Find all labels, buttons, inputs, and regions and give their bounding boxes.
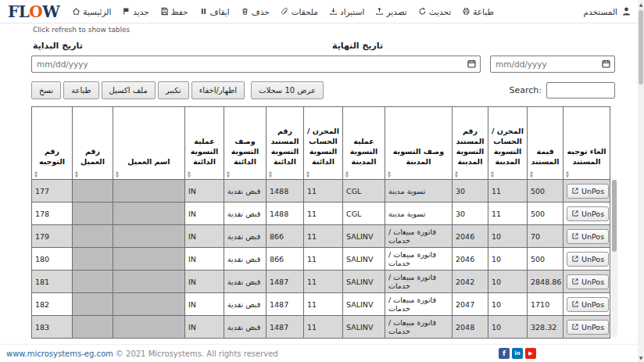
cell-unpos: UnPos <box>564 316 610 339</box>
unpos-button[interactable]: UnPos <box>567 274 609 289</box>
calendar-icon[interactable] <box>467 59 477 69</box>
toolbar-item-print[interactable]: طباعة <box>462 7 494 16</box>
user-menu[interactable]: المستخدم <box>583 6 631 16</box>
unpos-button[interactable]: UnPos <box>567 229 609 244</box>
cell-client-no-masked <box>73 225 113 248</box>
column-header-label: قيمة المستند <box>531 147 559 166</box>
facebook-icon[interactable]: f <box>499 348 510 359</box>
cell-debit-desc: فاتورة مبيعات / خدمات <box>385 271 453 293</box>
app-logo[interactable]: FLOW <box>8 2 59 21</box>
toolbar-item-new[interactable]: جديد <box>122 7 148 16</box>
unpos-button[interactable]: UnPos <box>567 206 609 221</box>
start-date-label: تاريخ البداية <box>33 41 83 51</box>
cell-debit-doc-no: 2046 <box>453 248 488 271</box>
cell-unpos: UnPos <box>564 248 610 271</box>
toolbar-item-label: الرئيسية <box>83 7 111 16</box>
cell-credit-doc-no: 1487 <box>267 271 304 293</box>
unpos-button[interactable]: UnPos <box>567 184 609 199</box>
page-scrollbar-thumb[interactable] <box>639 10 643 84</box>
documents-table: رقم التوجيه▲▼ رقم العميل▲▼ اسم العميل▲▼ … <box>31 106 610 339</box>
cell-debit-store: 10 <box>488 248 528 271</box>
date-inputs-row <box>31 56 615 73</box>
toolbar-item-stop[interactable]: ايقاف <box>199 7 230 16</box>
column-header-unpos[interactable]: الغاء توجيه المستند▲▼ <box>564 107 610 180</box>
end-date-field <box>490 56 615 73</box>
table-scrollbar[interactable] <box>611 179 617 338</box>
toolbar-item-import[interactable]: استيراد <box>329 7 364 16</box>
excel-button[interactable]: ملف اكسيل <box>102 81 156 99</box>
toolbar-item-refresh[interactable]: تحديث <box>418 7 451 16</box>
column-header-credit-doc-no[interactable]: رقم المستند التسوية الدائنة▲▼ <box>267 107 304 180</box>
page-length-button[interactable]: عرض 10 سجلات <box>251 81 324 99</box>
toolbar-item-attachments[interactable]: ملحقات <box>281 7 318 16</box>
cell-debit-doc-no: 2048 <box>453 316 488 339</box>
cell-credit-desc: قبض نقدية <box>224 293 267 316</box>
column-header-credit-op[interactable]: عملية التسوية الدائنة▲▼ <box>185 107 224 180</box>
cell-debit-desc: فاتورة مبيعات / خدمات <box>385 316 453 339</box>
column-header-credit-store[interactable]: المخزن / الحساب التسوية الدائنة▲▼ <box>304 107 343 180</box>
end-date-input[interactable] <box>490 56 615 73</box>
toolbar-item-label: حفظ <box>171 7 188 16</box>
unpos-button[interactable]: UnPos <box>567 297 609 312</box>
unpos-button[interactable]: UnPos <box>567 320 609 335</box>
toolbar-item-save[interactable]: حفظ <box>160 7 188 16</box>
toolbar-item-home[interactable]: الرئيسية <box>72 7 111 16</box>
cell-unpos: UnPos <box>564 225 610 248</box>
cell-routing-no: 181 <box>32 271 73 293</box>
cell-credit-desc: قبض نقدية <box>224 203 267 225</box>
cell-unpos: UnPos <box>564 271 610 293</box>
scrollbar-up-arrow[interactable]: ▲ <box>638 0 644 9</box>
cell-unpos: UnPos <box>564 203 610 225</box>
enlarge-button[interactable]: تكبير <box>158 81 189 99</box>
cell-credit-op: IN <box>185 203 224 225</box>
cell-debit-doc-no: 30 <box>453 180 488 203</box>
column-header-debit-store[interactable]: المخزن / الحساب التسوية المدينة▲▼ <box>488 107 528 180</box>
unpost-icon <box>571 323 579 331</box>
column-header-credit-desc[interactable]: وصف التسوية الدائنة▲▼ <box>224 107 267 180</box>
page-scrollbar[interactable]: ▲ ▼ <box>638 0 644 362</box>
footer-website-link[interactable]: www.microsystems-eg.com <box>6 349 113 358</box>
trash-icon <box>241 7 249 16</box>
column-header-debit-desc[interactable]: وصف التسوية المدينة▲▼ <box>385 107 453 180</box>
search-input[interactable] <box>546 82 615 99</box>
top-toolbar: FLOW الرئيسية جديد حفظ ايقاف حذف ملحقات <box>0 0 644 23</box>
cell-client-no-masked <box>73 203 113 225</box>
column-header-client-no[interactable]: رقم العميل▲▼ <box>73 107 113 180</box>
cell-client-no-masked <box>73 180 113 203</box>
cell-client-no-masked <box>73 293 113 316</box>
column-header-debit-doc-no[interactable]: رقم المستند التسوية المدينة▲▼ <box>453 107 488 180</box>
youtube-icon[interactable]: ▶ <box>525 348 536 359</box>
toolbar-item-export[interactable]: تصدير <box>375 7 406 16</box>
cell-client-name-masked <box>113 248 185 271</box>
table-row: 179 IN قبض نقدية 866 11 SALINV فاتورة مب… <box>32 225 610 248</box>
toggle-columns-button[interactable]: اظهار/اخفاء <box>191 81 245 99</box>
cell-debit-doc-no: 2047 <box>453 293 488 316</box>
cell-credit-store: 11 <box>304 225 343 248</box>
column-header-routing-no[interactable]: رقم التوجيه▲▼ <box>32 107 73 180</box>
sort-icon: ▲▼ <box>227 170 230 177</box>
cell-credit-op: IN <box>185 248 224 271</box>
toolbar-item-delete[interactable]: حذف <box>241 7 270 16</box>
toolbar-item-label: ايقاف <box>210 7 230 16</box>
cell-routing-no: 183 <box>32 316 73 339</box>
start-date-input[interactable] <box>31 56 481 73</box>
scrollbar-down-arrow[interactable]: ▼ <box>638 353 644 362</box>
unpost-icon <box>571 278 579 285</box>
cell-debit-store: 10 <box>488 271 528 293</box>
cell-credit-doc-no: 866 <box>267 248 304 271</box>
calendar-icon[interactable] <box>601 59 611 69</box>
unpos-button[interactable]: UnPos <box>567 252 609 267</box>
column-header-doc-value[interactable]: قيمة المستند▲▼ <box>528 107 564 180</box>
column-header-client-name[interactable]: اسم العميل▲▼ <box>113 107 185 180</box>
linkedin-icon[interactable]: in <box>512 348 523 359</box>
toolbar-item-label: حذف <box>252 7 270 16</box>
cell-debit-op: SALINV <box>343 271 385 293</box>
print-button[interactable]: طباعة <box>63 81 98 99</box>
column-header-debit-op[interactable]: عملية التسوية المدينة▲▼ <box>343 107 385 180</box>
table-scrollbar-thumb[interactable] <box>612 180 617 252</box>
refresh-hint-text: Click refresh to show tables <box>33 26 615 34</box>
copy-button[interactable]: نسخ <box>31 81 61 99</box>
page-footer: www.microsystems-eg.com © 2021 Microsyst… <box>0 344 638 362</box>
cell-doc-value: 328.32 <box>528 316 564 339</box>
sort-icon: ▲▼ <box>455 170 458 177</box>
